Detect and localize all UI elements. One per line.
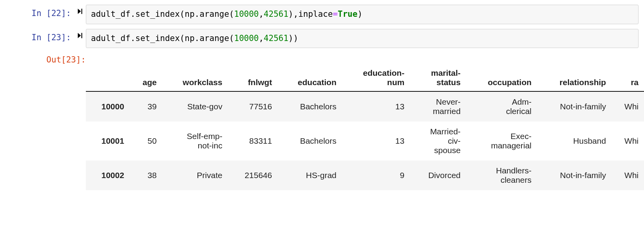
dataframe-col-header: age xyxy=(130,64,162,91)
code-token: ( xyxy=(229,34,234,43)
code-token: . xyxy=(195,9,200,19)
svg-rect-3 xyxy=(81,33,82,38)
dataframe-cell: Whi xyxy=(612,161,644,190)
code-token: , xyxy=(259,9,264,19)
code-input-area[interactable]: adult_df.set_index(np.arange(10000,42561… xyxy=(86,5,639,24)
svg-marker-2 xyxy=(78,33,81,38)
dataframe-cell: Whi xyxy=(612,91,644,121)
code-token: , xyxy=(293,9,298,19)
dataframe-corner xyxy=(86,64,130,91)
code-token: set_index xyxy=(135,34,180,43)
dataframe-cell: 9 xyxy=(342,161,410,190)
code-token: 10000 xyxy=(234,9,259,19)
code-token: inplace xyxy=(298,9,333,19)
in-prompt-label: In [22]: xyxy=(32,9,71,18)
dataframe-cell: 83311 xyxy=(228,121,278,161)
code-token: 10000 xyxy=(234,34,259,43)
run-cell-icon xyxy=(76,8,84,15)
code-cell: In [22]: adult_df.set_index(np.arange(10… xyxy=(0,5,644,24)
code-token: np xyxy=(185,34,194,43)
dataframe-cell: 215646 xyxy=(228,161,278,190)
table-row: 1000150Self-emp-not-inc83311Bachelors13M… xyxy=(86,121,644,161)
dataframe-cell: Whi xyxy=(612,121,644,161)
dataframe-col-header: occupation xyxy=(466,64,537,91)
dataframe-row-index: 10001 xyxy=(86,121,130,161)
table-row: 1000039State-gov77516Bachelors13Never-ma… xyxy=(86,91,644,121)
out-prompt-label: Out[23]: xyxy=(46,55,86,64)
dataframe-cell: 50 xyxy=(130,121,162,161)
dataframe-header-row: ageworkclassfnlwgteducationeducation-num… xyxy=(86,64,644,91)
svg-marker-0 xyxy=(78,9,81,14)
code-token: , xyxy=(259,34,264,43)
dataframe-cell: Adm-clerical xyxy=(466,91,537,121)
dataframe-col-header: ra xyxy=(612,64,644,91)
code-token: adult_df xyxy=(91,34,130,43)
code-token: ) xyxy=(288,34,294,43)
dataframe-col-header: fnlwgt xyxy=(228,64,278,91)
dataframe-cell: Private xyxy=(162,161,228,190)
dataframe-cell: Bachelors xyxy=(278,121,342,161)
dataframe-cell: Handlers-cleaners xyxy=(466,161,537,190)
code-token: adult_df xyxy=(91,9,130,19)
dataframe-table: ageworkclassfnlwgteducationeducation-num… xyxy=(86,64,644,190)
code-token: ) xyxy=(293,34,298,43)
dataframe-cell: Self-emp-not-inc xyxy=(162,121,228,161)
code-token: = xyxy=(333,9,338,19)
code-token: arange xyxy=(199,9,229,19)
dataframe-col-header: marital-status xyxy=(410,64,466,91)
run-button[interactable] xyxy=(74,5,86,15)
dataframe-cell: 13 xyxy=(342,91,410,121)
dataframe-cell: 77516 xyxy=(228,91,278,121)
code-token: 42561 xyxy=(264,34,288,43)
dataframe-tbody: 1000039State-gov77516Bachelors13Never-ma… xyxy=(86,91,644,190)
table-row: 1000238Private215646HS-grad9DivorcedHand… xyxy=(86,161,644,190)
dataframe-row-index: 10000 xyxy=(86,91,130,121)
code-token: ( xyxy=(180,9,185,19)
dataframe-thead: ageworkclassfnlwgteducationeducation-num… xyxy=(86,64,644,91)
dataframe-cell: 38 xyxy=(130,161,162,190)
code-box[interactable]: adult_df.set_index(np.arange(10000,42561… xyxy=(86,29,639,48)
dataframe-cell: Married-civ-spouse xyxy=(410,121,466,161)
code-token: ) xyxy=(358,9,363,19)
code-cell: In [23]: adult_df.set_index(np.arange(10… xyxy=(0,29,644,48)
run-button[interactable] xyxy=(74,29,86,39)
dataframe-cell: 39 xyxy=(130,91,162,121)
code-token: ( xyxy=(180,34,185,43)
run-cell-icon xyxy=(76,32,84,39)
dataframe-cell: Not-in-family xyxy=(537,91,612,121)
dataframe-col-header: education-num xyxy=(342,64,410,91)
dataframe-cell: Never-married xyxy=(410,91,466,121)
dataframe-cell: Not-in-family xyxy=(537,161,612,190)
dataframe-cell: 13 xyxy=(342,121,410,161)
dataframe-cell: Divorced xyxy=(410,161,466,190)
dataframe-cell: State-gov xyxy=(162,91,228,121)
dataframe-cell: Exec-managerial xyxy=(466,121,537,161)
code-token: arange xyxy=(199,34,229,43)
out-prompt-col: Out[23]: xyxy=(0,55,86,64)
dataframe-col-header: workclass xyxy=(162,64,228,91)
dataframe-col-header: relationship xyxy=(537,64,612,91)
code-token: . xyxy=(130,9,135,19)
dataframe-col-header: education xyxy=(278,64,342,91)
code-token: . xyxy=(195,34,200,43)
code-token: . xyxy=(130,34,135,43)
output-area: ageworkclassfnlwgteducationeducation-num… xyxy=(86,55,644,190)
code-input-area[interactable]: adult_df.set_index(np.arange(10000,42561… xyxy=(86,29,639,48)
code-token: set_index xyxy=(135,9,180,19)
code-token: ( xyxy=(229,9,234,19)
output-cell: Out[23]: ageworkclassfnlwgteducationeduc… xyxy=(0,55,644,190)
code-box[interactable]: adult_df.set_index(np.arange(10000,42561… xyxy=(86,5,639,24)
dataframe-cell: Bachelors xyxy=(278,91,342,121)
prompt-col: In [23]: xyxy=(0,29,74,42)
dataframe-cell: Husband xyxy=(537,121,612,161)
code-token: 42561 xyxy=(264,9,288,19)
prompt-col: In [22]: xyxy=(0,5,74,18)
svg-rect-1 xyxy=(81,9,82,14)
code-token: True xyxy=(338,9,358,19)
dataframe-row-index: 10002 xyxy=(86,161,130,190)
in-prompt-label: In [23]: xyxy=(32,33,71,42)
code-token: ) xyxy=(288,9,294,19)
dataframe-cell: HS-grad xyxy=(278,161,342,190)
code-token: np xyxy=(185,9,194,19)
